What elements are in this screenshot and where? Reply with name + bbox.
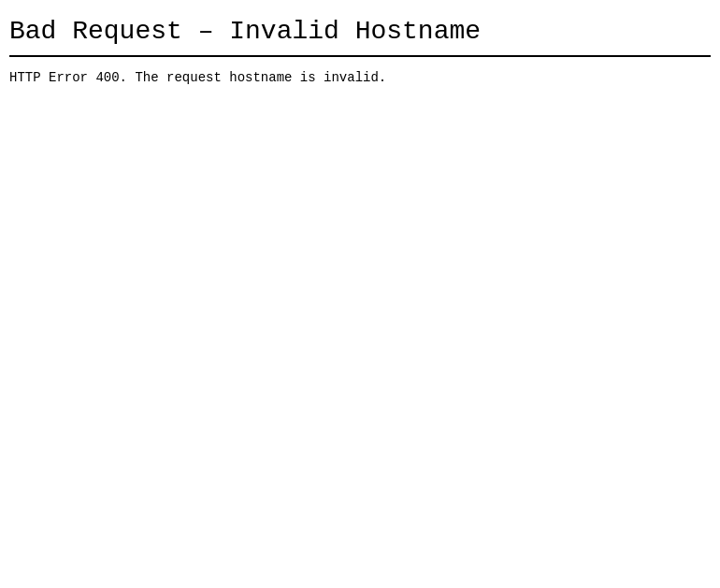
error-message: HTTP Error 400. The request hostname is … bbox=[9, 66, 711, 85]
divider bbox=[9, 55, 711, 57]
page-container: Bad Request – Invalid Hostname HTTP Erro… bbox=[0, 0, 720, 85]
page-title: Bad Request – Invalid Hostname bbox=[9, 9, 711, 46]
